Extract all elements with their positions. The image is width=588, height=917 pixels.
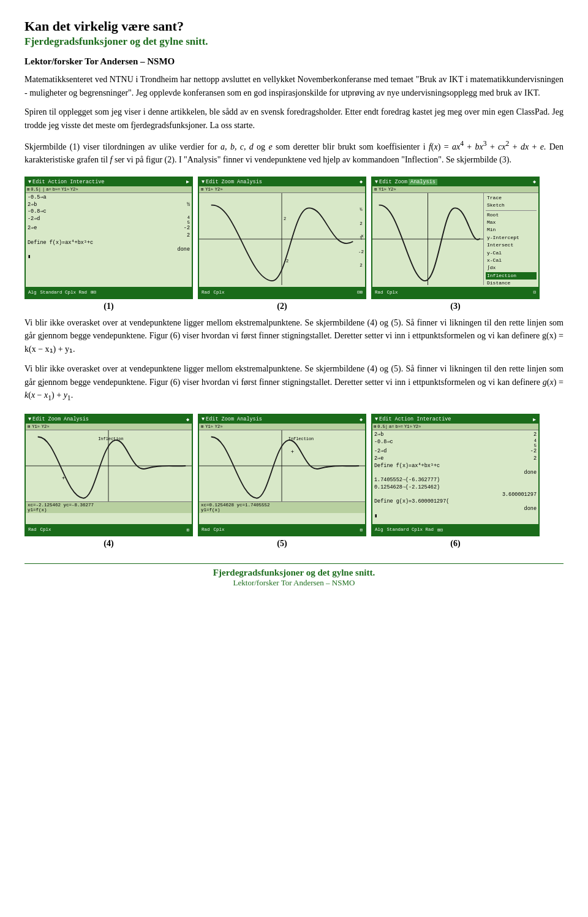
svg-text:2: 2 <box>284 216 286 221</box>
paragraph-4: Vi blir ikke overasket over at vendepunk… <box>24 316 564 356</box>
diamond-icon-2: ◆ <box>360 178 363 185</box>
menu-item-intersect[interactable]: Intersect <box>486 242 537 249</box>
calc-statusbar-1: Alg Standard Cplx Rad ⊞⊟ <box>26 287 192 298</box>
toolbar-v1-4: Y1≈ <box>32 424 40 429</box>
fig2-title: Edit Zoom Analysis <box>206 179 262 185</box>
toolbar-grid-4: ⊞ <box>28 424 30 429</box>
graph-svg-2: x 2 -2 <box>199 193 365 285</box>
figure-5-block: ▼ Edit Zoom Analysis ◆ ⊞ Y1≈ Y2≈ + <box>198 414 366 549</box>
calc6-line-7: 1.7405552→(-6.362777) <box>374 477 537 484</box>
axis-2-top: ½ <box>360 207 363 212</box>
svg-text:+: + <box>291 448 295 455</box>
fig4-label: (4) <box>104 539 113 549</box>
axis-2-45: ⅘ <box>360 235 363 240</box>
calc-titlebar-5: ▼ Edit Zoom Analysis ◆ <box>199 415 365 424</box>
graph-svg-4: + Inflection <box>26 430 192 501</box>
figure-6-block: ▼ Edit Action Interactive ▶ ⊞ 0.5| a= b≈… <box>371 414 540 549</box>
calc-line-8: done <box>28 246 190 254</box>
menu-item-trace[interactable]: Trace <box>486 194 537 202</box>
axis-2-bot: 2 <box>360 263 363 268</box>
menu-item-y-cal[interactable]: y-Cal <box>486 249 537 257</box>
status-cplx-4: Cplx <box>40 527 51 532</box>
calc-statusbar-2: Rad Cplx ⊟⊞ <box>199 287 365 298</box>
fig1-label: (1) <box>104 302 113 311</box>
calc-titlebar-4: ▼ Edit Zoom Analysis ◆ <box>26 415 192 424</box>
menu-item-min[interactable]: Min <box>486 226 537 234</box>
down-arrow-icon-3: ▼ <box>375 179 378 185</box>
calc-screen-6: ▼ Edit Action Interactive ▶ ⊞ 0.5| a= b≈… <box>371 414 540 536</box>
calc6-line-4: 2⇒e2 <box>374 455 537 463</box>
calc6-line-9: 3.600001297 <box>374 492 537 499</box>
author: Lektor/forsker Tor Andersen – NSMO <box>24 56 564 67</box>
menu-item-sketch[interactable]: Sketch <box>486 202 537 209</box>
calc-screen-3: ▼ Edit Zoom Analysis ◆ ⊞ Y1≈ Y2≈ <box>371 177 540 299</box>
calc-line-2: 2⇒b½ <box>28 202 190 209</box>
menu-item-x-cal[interactable]: x-Cal <box>486 257 537 264</box>
calc-line-1: -0.5⇒a <box>28 194 190 202</box>
page-footer: Fjerdegradsfunksjoner og det gylne snitt… <box>24 563 564 588</box>
graph-svg-3 <box>372 193 483 285</box>
menu-item-max[interactable]: Max <box>486 219 537 226</box>
down-arrow-icon: ▼ <box>28 179 31 185</box>
calc-line-9: ▮ <box>28 254 190 261</box>
down-arrow-6: ▼ <box>375 416 378 422</box>
toolbar-t6-1: 0.5| <box>377 424 388 429</box>
footer-sub: Lektor/forsker Tor Andersen – NSMO <box>24 578 564 588</box>
toolbar-icon-6: ⊞ <box>374 424 376 429</box>
paragraph-3: Skjermbilde (1) viser tilordningen av ul… <box>24 139 564 167</box>
toolbar-sep: | <box>42 187 45 192</box>
calc6-line-3: -2⇒d-2 <box>374 448 537 455</box>
main-title: Kan det virkelig være sant? <box>24 18 564 34</box>
down-arrow-icon-2: ▼ <box>202 179 205 185</box>
calc6-line-6: done <box>374 470 537 477</box>
fig4-bottom2: y1=f(x) <box>28 508 190 512</box>
fig5-label: (5) <box>277 539 287 549</box>
status-icons-2: ⊟⊞ <box>357 289 363 295</box>
calc6-line-1: 2⇒b2 <box>374 432 537 439</box>
menu-item-fdx[interactable]: ∫dx <box>486 264 537 272</box>
toolbar-v1: Y1≈ <box>205 187 213 192</box>
status-rad-4: Rad <box>28 527 37 532</box>
menu-item-y-intercept[interactable]: y-Intercept <box>486 234 537 242</box>
fig5-bottom2: y1=f(x) <box>201 508 363 512</box>
paragraph-2: Spiren til opplegget som jeg viser i den… <box>24 105 564 132</box>
paragraph-4b: Vi blir ikke overasket over at vendepunk… <box>24 362 564 404</box>
calc-line-7: Define f(x)=ax⁴+bx³+c <box>28 240 190 247</box>
calc6-line-11: done <box>374 506 537 513</box>
figure-1-block: ▼ Edit Action Interactive ▶ ⊞ 0.5| | a= … <box>24 177 193 311</box>
analysis-menu: Trace Sketch Root Max Min y-Intercept In… <box>483 193 538 285</box>
toolbar-grid-icon: ⊞ <box>201 187 203 192</box>
toolbar-grid-5: ⊞ <box>201 424 203 429</box>
calc-screen-4: ▼ Edit Zoom Analysis ◆ ⊞ Y1≈ Y2≈ + <box>24 414 193 536</box>
svg-text:+: + <box>62 474 66 481</box>
fig5-title: Edit Zoom Analysis <box>206 416 262 422</box>
menu-item-distance[interactable]: Distance <box>486 280 537 287</box>
toolbar-v1-3: Y1≈ <box>379 187 386 192</box>
status-rad-3: Rad <box>375 290 383 295</box>
calc6-line-5: Define f(x)=ax⁴+bx³+c <box>374 463 537 470</box>
fig4-bottom1: xc=-2.125462 yc=-8.36277 <box>28 503 190 508</box>
fig3-title-highlight: Analysis <box>409 179 437 185</box>
fig1-title: Edit Action Interactive <box>32 179 104 185</box>
calc-titlebar-1: ▼ Edit Action Interactive ▶ <box>26 178 192 186</box>
figure-2-block: ▼ Edit Zoom Analysis ◆ ⊞ Y1≈ Y2≈ <box>198 177 366 311</box>
toolbar-text-5: Y2≈ <box>70 187 78 192</box>
calc-line-3: -0.8⇒c <box>28 208 190 216</box>
fig3-title: Edit Zoom <box>379 179 407 185</box>
menu-divider <box>486 210 537 211</box>
toolbar-v2-3: Y2≈ <box>388 187 396 192</box>
status-icons-4: ⊞ <box>186 527 189 533</box>
fig4-title: Edit Zoom Analysis <box>32 416 89 422</box>
toolbar-v2-5: Y2≈ <box>215 424 223 429</box>
axis-2-mid1: 2 <box>360 221 363 226</box>
toolbar-t6-4: Y1≈ <box>404 424 412 429</box>
menu-item-inflection[interactable]: Inflection <box>486 272 537 280</box>
status-alg-6: Alg <box>375 527 383 532</box>
calc6-line-12: ▮ <box>374 513 537 520</box>
toolbar-t6-2: a= <box>389 424 394 429</box>
toolbar-text-4: Y1≈ <box>61 187 69 192</box>
calc-titlebar-2: ▼ Edit Zoom Analysis ◆ <box>199 178 365 186</box>
status-icons-3: ⊟ <box>533 289 536 295</box>
calc-screen-5: ▼ Edit Zoom Analysis ◆ ⊞ Y1≈ Y2≈ + <box>198 414 366 536</box>
menu-item-root[interactable]: Root <box>486 211 537 219</box>
